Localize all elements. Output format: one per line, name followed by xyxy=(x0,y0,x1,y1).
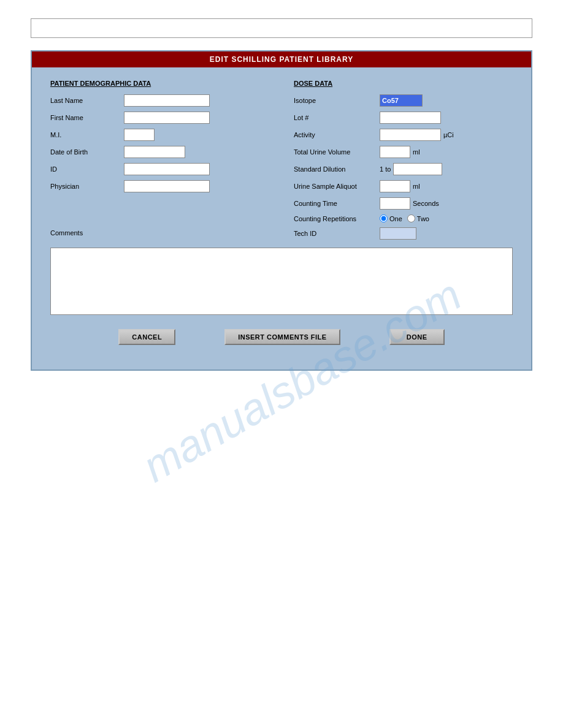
dob-label: Date of Birth xyxy=(50,148,124,156)
urine-vol-input[interactable] xyxy=(380,146,410,158)
lot-row: Lot # xyxy=(294,112,513,124)
dose-title: DOSE DATA xyxy=(294,80,513,87)
sections-row: PATIENT DEMOGRAPHIC DATA Last Name First… xyxy=(50,80,513,245)
demographic-title: PATIENT DEMOGRAPHIC DATA xyxy=(50,80,269,87)
panel-title: EDIT SCHILLING PATIENT LIBRARY xyxy=(32,51,531,67)
panel-body: PATIENT DEMOGRAPHIC DATA Last Name First… xyxy=(32,67,531,370)
counting-rep-one-radio[interactable] xyxy=(380,214,388,222)
insert-comments-button[interactable]: INSERT COMMENTS FILE xyxy=(224,329,340,345)
first-name-label: First Name xyxy=(50,114,124,121)
first-name-row: First Name xyxy=(50,112,269,124)
activity-unit: µCi xyxy=(443,131,454,138)
urine-vol-label: Total Urine Volume xyxy=(294,148,380,156)
urine-vol-unit: ml xyxy=(413,148,420,156)
isotope-label: Isotope xyxy=(294,97,380,104)
activity-row: Activity µCi xyxy=(294,129,513,141)
std-dilution-label: Standard Dilution xyxy=(294,165,380,173)
last-name-input[interactable] xyxy=(124,94,210,107)
counting-rep-label: Counting Repetitions xyxy=(294,215,380,222)
comments-textarea[interactable] xyxy=(50,248,513,315)
id-row: ID xyxy=(50,163,269,175)
isotope-row: Isotope xyxy=(294,94,513,107)
dob-row: Date of Birth xyxy=(50,146,269,158)
mi-input[interactable] xyxy=(124,129,155,141)
tech-id-label: Tech ID xyxy=(294,230,380,237)
lot-label: Lot # xyxy=(294,114,380,121)
counting-time-unit: Seconds xyxy=(413,200,439,207)
id-label: ID xyxy=(50,165,124,173)
comments-row-left: Comments xyxy=(50,229,269,237)
std-dilution-row: Standard Dilution 1 to xyxy=(294,163,513,175)
dob-input[interactable] xyxy=(124,146,185,158)
urine-aliquot-row: Urine Sample Aliquot ml xyxy=(294,180,513,192)
urine-aliquot-label: Urine Sample Aliquot xyxy=(294,183,380,190)
activity-label: Activity xyxy=(294,131,380,138)
counting-rep-two-label[interactable]: Two xyxy=(407,214,429,222)
demographic-section: PATIENT DEMOGRAPHIC DATA Last Name First… xyxy=(50,80,269,245)
cancel-button[interactable]: CANCEL xyxy=(118,329,175,345)
std-dilution-input[interactable] xyxy=(393,163,442,175)
physician-label: Physician xyxy=(50,183,124,190)
tech-id-row: Tech ID xyxy=(294,227,513,240)
counting-rep-two-radio[interactable] xyxy=(407,214,415,222)
lot-input[interactable] xyxy=(380,112,441,124)
isotope-input[interactable] xyxy=(380,94,423,107)
counting-rep-two-text: Two xyxy=(417,215,429,222)
tech-id-input[interactable] xyxy=(380,227,416,240)
last-name-label: Last Name xyxy=(50,97,124,104)
urine-aliquot-input[interactable] xyxy=(380,180,410,192)
urine-vol-row: Total Urine Volume ml xyxy=(294,146,513,158)
counting-rep-group: One Two xyxy=(380,214,429,222)
id-input[interactable] xyxy=(124,163,210,175)
mi-row: M.I. xyxy=(50,129,269,141)
counting-rep-one-label[interactable]: One xyxy=(380,214,402,222)
counting-time-label: Counting Time xyxy=(294,200,380,207)
activity-input[interactable] xyxy=(380,129,441,141)
first-name-input[interactable] xyxy=(124,112,210,124)
urine-aliquot-unit: ml xyxy=(413,183,420,190)
physician-input[interactable] xyxy=(124,180,210,192)
button-row: CANCEL INSERT COMMENTS FILE DONE xyxy=(50,329,513,357)
physician-row: Physician xyxy=(50,180,269,192)
done-button[interactable]: DONE xyxy=(389,329,445,345)
top-search-bar xyxy=(31,18,532,38)
counting-time-row: Counting Time Seconds xyxy=(294,197,513,210)
counting-time-input[interactable] xyxy=(380,197,410,210)
counting-rep-one-text: One xyxy=(389,215,402,222)
counting-rep-row: Counting Repetitions One Two xyxy=(294,214,513,222)
comments-label: Comments xyxy=(50,229,124,237)
dose-section: DOSE DATA Isotope Lot # Activity xyxy=(294,80,513,245)
last-name-row: Last Name xyxy=(50,94,269,107)
std-dilution-prefix: 1 to xyxy=(380,165,391,173)
main-panel: EDIT SCHILLING PATIENT LIBRARY PATIENT D… xyxy=(31,50,532,371)
mi-label: M.I. xyxy=(50,131,124,138)
